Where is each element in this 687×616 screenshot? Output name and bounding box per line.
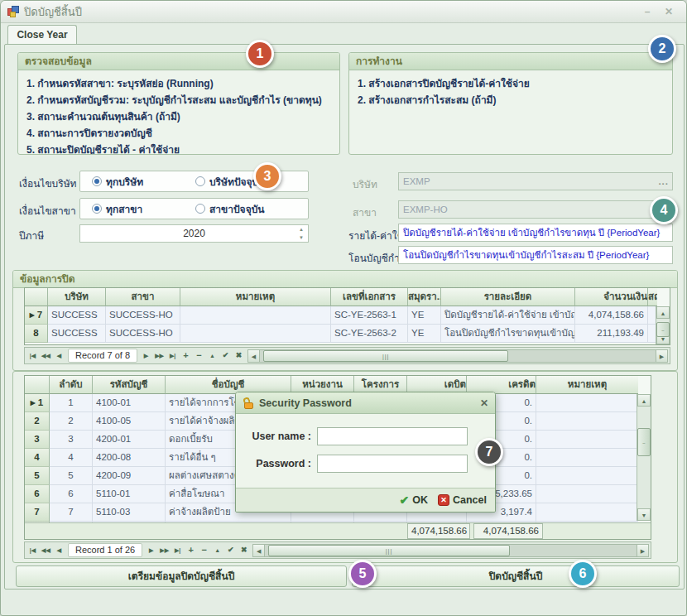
nav-add-button[interactable]: +: [180, 349, 192, 363]
tax-year-value: 2020: [183, 228, 205, 239]
scroll-down-icon[interactable]: ▼: [637, 508, 651, 521]
nav-edit-button[interactable]: ▲: [206, 349, 219, 363]
nav-prev-page-button[interactable]: ◀◀: [40, 544, 52, 557]
col-branch[interactable]: สาขา: [106, 288, 180, 306]
spin-up-icon[interactable]: ▲: [296, 226, 306, 233]
scrollbar-thumb[interactable]: |||: [263, 350, 508, 362]
company-field: EXMP ...: [398, 172, 673, 190]
cancel-button[interactable]: ✕ Cancel: [438, 494, 487, 506]
check-item: 2. กำหนดรหัสบัญชีรวม: ระบุบัญชีกำไรสะสม …: [26, 92, 331, 108]
table-row[interactable]: ▸ 7 SUCCESS SUCCESS-HO SC-YE-2563-1 YE ป…: [25, 306, 670, 325]
closing-grid-navigator: |◀ ◀◀ ◀ Record 7 of 8 ▶ ▶▶ ▶| + − ▲ ✔ ✖ …: [24, 347, 670, 364]
radio-all-branches[interactable]: ทุกสาขา: [92, 201, 195, 217]
nav-cancel-button[interactable]: ✖: [238, 544, 250, 557]
operations-group: การทำงาน 1. สร้างเอกสารปิดบัญชีรายได้-ค่…: [348, 52, 673, 155]
horizontal-scrollbar[interactable]: ◀ ||| ▶: [252, 544, 649, 557]
step-badge-2: 2: [648, 35, 676, 63]
radio-all-companies[interactable]: ทุกบริษัท: [92, 174, 195, 190]
operations-group-title: การทำงาน: [349, 53, 672, 70]
nav-commit-button[interactable]: ✔: [219, 349, 232, 363]
radio-unselected-icon: [195, 204, 205, 214]
security-password-dialog: Security Password ✕ User name : Password…: [235, 392, 496, 513]
radio-current-branch[interactable]: สาขาปัจจุบัน: [195, 201, 265, 217]
step-badge-4: 4: [650, 196, 678, 224]
nav-prev-page-button[interactable]: ◀◀: [40, 349, 52, 363]
nav-prev-button[interactable]: ◀: [53, 349, 65, 363]
lock-icon: [243, 397, 254, 409]
vertical-scrollbar[interactable]: ▲ − ▼: [637, 394, 651, 521]
nav-first-button[interactable]: |◀: [26, 349, 39, 363]
closing-grid-header: บริษัท สาขา หมายเหตุ เลขที่เอกสาร สมุดรา…: [25, 288, 670, 306]
scroll-left-icon[interactable]: ◀: [252, 544, 265, 557]
scroll-right-icon[interactable]: ▶: [656, 349, 668, 363]
col-note[interactable]: หมายเหตุ: [536, 376, 638, 394]
col-account-code[interactable]: รหัสบัญชี: [93, 376, 166, 394]
prepare-close-year-button[interactable]: เตรียมข้อมูลปิดบัญชีสิ้นปี: [16, 565, 347, 587]
nav-cancel-button[interactable]: ✖: [233, 349, 245, 363]
col-status[interactable]: สถ: [648, 288, 657, 306]
scroll-up-icon[interactable]: ▲: [656, 306, 670, 319]
close-button[interactable]: ✕: [660, 5, 678, 19]
close-year-window: ปิดบัญชีสิ้นปี – ✕ Close Year ตรวจสอบข้อ…: [0, 0, 687, 616]
revenue-expense-field[interactable]: ปิดบัญชีรายได้-ค่าใช้จ่าย เข้าบัญชีกำไรข…: [398, 224, 673, 242]
dialog-title: Security Password: [259, 397, 475, 409]
col-seq[interactable]: ลำดับ: [50, 376, 93, 394]
vertical-scrollbar[interactable]: ▲ − ▼: [656, 306, 670, 344]
nav-next-button[interactable]: ▶: [140, 349, 152, 363]
table-row[interactable]: 8 SUCCESS SUCCESS-HO SC-YE-2563-2 YE โอน…: [25, 325, 670, 343]
nav-delete-button[interactable]: −: [193, 349, 205, 363]
scroll-left-icon[interactable]: ◀: [247, 349, 260, 363]
tax-year-spin-edit[interactable]: 2020 ▲ ▼: [79, 224, 309, 243]
nav-last-button[interactable]: ▶|: [166, 349, 179, 363]
operation-item: 1. สร้างเอกสารปิดบัญชีรายได้-ค่าใช้จ่าย: [358, 75, 664, 92]
radio-selected-icon: [92, 176, 102, 186]
nav-first-button[interactable]: |◀: [26, 544, 39, 557]
password-row: Password :: [236, 455, 495, 473]
scroll-up-icon[interactable]: ▲: [637, 394, 651, 407]
branch-label: สาขา: [353, 205, 377, 220]
col-detail[interactable]: รายละเอียด: [441, 288, 575, 306]
horizontal-scrollbar[interactable]: ◀ ||| ▶: [247, 349, 668, 363]
col-company[interactable]: บริษัท: [48, 288, 106, 306]
col-book[interactable]: สมุดรา...: [408, 288, 441, 306]
company-condition-label: เงื่อนไขบริษัท: [19, 176, 77, 191]
password-input[interactable]: [317, 455, 468, 473]
col-amount[interactable]: จำนวนเงิน: [575, 288, 648, 306]
username-input[interactable]: [317, 427, 468, 445]
transfer-profit-field[interactable]: โอนปิดบัญชีกำไรขาดทุนเข้าบัญชีกำไรสะสม ป…: [398, 246, 673, 264]
step-badge-7: 7: [475, 438, 503, 466]
minimize-button[interactable]: –: [638, 5, 656, 19]
nav-last-button[interactable]: ▶|: [171, 544, 184, 557]
nav-prev-button[interactable]: ◀: [53, 544, 65, 557]
nav-commit-button[interactable]: ✔: [224, 544, 237, 557]
scrollbar-thumb[interactable]: −: [656, 322, 670, 337]
closing-data-group-title: ข้อมูลการปิด: [13, 271, 677, 288]
nav-next-page-button[interactable]: ▶▶: [158, 544, 171, 557]
dialog-close-icon[interactable]: ✕: [480, 397, 488, 409]
scrollbar-thumb[interactable]: |||: [268, 545, 510, 556]
close-year-button[interactable]: ปิดบัญชีสิ้นปี: [352, 565, 680, 587]
nav-next-button[interactable]: ▶: [145, 544, 157, 557]
nav-edit-button[interactable]: ▲: [211, 544, 223, 557]
nav-add-button[interactable]: +: [185, 544, 197, 557]
check-data-group-title: ตรวจสอบข้อมูล: [18, 53, 339, 70]
col-note[interactable]: หมายเหตุ: [180, 288, 331, 306]
check-item: 1. กำหนดรหัสสาขา: ระบุรหัสย่อ (Running): [26, 75, 331, 92]
scrollbar-thumb[interactable]: −: [637, 428, 651, 456]
company-browse-button[interactable]: ...: [658, 173, 669, 190]
col-doc-no[interactable]: เลขที่เอกสาร: [331, 288, 408, 306]
nav-delete-button[interactable]: −: [198, 544, 210, 557]
ok-button[interactable]: ✔ OK: [400, 493, 428, 507]
check-data-group: ตรวจสอบข้อมูล 1. กำหนดรหัสสาขา: ระบุรหัส…: [17, 52, 340, 155]
debit-total: 4,074,158.66: [407, 523, 470, 539]
company-label: บริษัท: [353, 176, 377, 192]
check-icon: ✔: [400, 493, 410, 507]
tab-close-year[interactable]: Close Year: [7, 25, 77, 45]
scroll-right-icon[interactable]: ▶: [637, 544, 649, 557]
spin-down-icon[interactable]: ▼: [296, 234, 306, 241]
step-badge-5: 5: [348, 560, 377, 588]
check-item: 5. สถานะปิดบัญชีรายได้ - ค่าใช้จ่าย: [26, 142, 331, 155]
nav-next-page-button[interactable]: ▶▶: [153, 349, 166, 363]
title-bar: ปิดบัญชีสิ้นปี – ✕: [1, 1, 686, 23]
credit-total: 4,074,158.66: [473, 523, 543, 539]
